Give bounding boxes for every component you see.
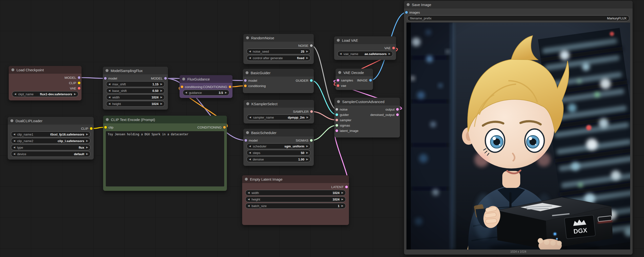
collapse-dot[interactable]: [182, 78, 185, 80]
decrement-arrow-icon[interactable]: ◀: [340, 53, 342, 55]
guider-input-port[interactable]: [336, 113, 338, 116]
decrement-arrow-icon[interactable]: ◀: [185, 91, 187, 94]
type-widget[interactable]: ◀typeflux▶: [11, 145, 90, 150]
base_shift-widget[interactable]: ◀base_shift0.50▶: [106, 88, 165, 94]
collapse-dot[interactable]: [337, 39, 340, 42]
NOISE-output-port[interactable]: [310, 44, 313, 47]
increment-arrow-icon[interactable]: ▶: [306, 50, 308, 53]
node-header[interactable]: Empty Latent Image: [242, 175, 349, 183]
increment-arrow-icon[interactable]: ▶: [342, 192, 343, 194]
conditioning-input-port[interactable]: [181, 86, 184, 88]
decrement-arrow-icon[interactable]: ◀: [108, 96, 110, 98]
sampler_name-widget[interactable]: ◀sampler_namedpmpp_2m▶: [247, 114, 311, 120]
node-empty-latent-image[interactable]: Empty Latent ImageLATENT◀width1024▶◀heig…: [242, 175, 349, 225]
decrement-arrow-icon[interactable]: ◀: [108, 89, 110, 92]
increment-arrow-icon[interactable]: ▶: [160, 96, 162, 98]
GUIDER-output-port[interactable]: [310, 79, 313, 82]
SAMPLER-output-port[interactable]: [310, 110, 313, 113]
decrement-arrow-icon[interactable]: ◀: [249, 158, 251, 161]
CLIP-output-port[interactable]: [78, 82, 80, 84]
sampler-input-port[interactable]: [336, 119, 338, 121]
decrement-arrow-icon[interactable]: ◀: [248, 205, 250, 207]
node-header[interactable]: VAE Decode: [336, 69, 373, 76]
node-header[interactable]: RandomNoise: [244, 34, 314, 42]
increment-arrow-icon[interactable]: ▶: [306, 152, 308, 154]
decrement-arrow-icon[interactable]: ◀: [13, 140, 15, 142]
steps-widget[interactable]: ◀steps50▶: [246, 150, 310, 156]
IMAGE-output-port[interactable]: [369, 79, 372, 82]
node-graph-canvas[interactable]: Load CheckpointMODELCLIPVAE◀ckpt_nameflu…: [0, 0, 644, 257]
width-widget[interactable]: ◀width1024▶: [245, 190, 346, 196]
increment-arrow-icon[interactable]: ▶: [225, 91, 227, 94]
node-header[interactable]: SamplerCustomAdvanced: [334, 98, 400, 105]
increment-arrow-icon[interactable]: ▶: [388, 53, 390, 55]
increment-arrow-icon[interactable]: ▶: [74, 93, 76, 95]
CONDITIONING-output-port[interactable]: [223, 126, 226, 129]
node-sampler-custom-advanced[interactable]: SamplerCustomAdvancednoiseoutputguiderde…: [334, 98, 400, 137]
MODEL-output-port[interactable]: [164, 77, 167, 80]
collapse-dot[interactable]: [246, 131, 249, 134]
node-header[interactable]: DualCLIPLoader: [8, 117, 94, 125]
model-input-port[interactable]: [244, 79, 247, 82]
increment-arrow-icon[interactable]: ▶: [306, 145, 308, 147]
increment-arrow-icon[interactable]: ▶: [86, 133, 88, 136]
MODEL-output-port[interactable]: [78, 76, 80, 79]
noise_seed-widget[interactable]: ◀noise_seed25▶: [246, 48, 310, 54]
decrement-arrow-icon[interactable]: ◀: [14, 93, 16, 95]
VAE-output-port[interactable]: [78, 87, 80, 90]
collapse-dot[interactable]: [246, 71, 248, 74]
clip_name2-widget[interactable]: ◀clip_name2clip_l.safetensors▶: [11, 138, 90, 144]
collapse-dot[interactable]: [407, 3, 410, 6]
collapse-dot[interactable]: [106, 118, 109, 121]
increment-arrow-icon[interactable]: ▶: [160, 83, 162, 85]
max_shift-widget[interactable]: ◀max_shift1.15▶: [106, 81, 165, 87]
samples-input-port[interactable]: [337, 79, 340, 82]
node-random-noise[interactable]: RandomNoiseNOISE◀noise_seed25▶◀control a…: [244, 34, 314, 64]
collapse-dot[interactable]: [106, 69, 108, 72]
prompt-textarea[interactable]: Toy Jensen holding a DGX Spark in a data…: [106, 131, 224, 187]
denoised_output-output-port[interactable]: [396, 113, 399, 116]
increment-arrow-icon[interactable]: ▶: [160, 89, 162, 92]
increment-arrow-icon[interactable]: ▶: [306, 158, 308, 161]
decrement-arrow-icon[interactable]: ◀: [249, 152, 251, 154]
node-flux-guidance[interactable]: FluxGuidanceconditioningCONDITIONING◀gui…: [180, 75, 232, 98]
node-load-checkpoint[interactable]: Load CheckpointMODELCLIPVAE◀ckpt_nameflu…: [9, 66, 82, 100]
decrement-arrow-icon[interactable]: ◀: [249, 145, 251, 147]
increment-arrow-icon[interactable]: ▶: [86, 140, 88, 142]
decrement-arrow-icon[interactable]: ◀: [248, 198, 250, 201]
node-header[interactable]: FluxGuidance: [180, 75, 232, 83]
increment-arrow-icon[interactable]: ▶: [342, 205, 343, 207]
VAE-output-port[interactable]: [392, 47, 395, 49]
node-basic-scheduler[interactable]: BasicSchedulermodelSIGMAS◀schedulersgm_u…: [244, 129, 314, 166]
filename_prefix-widget[interactable]: filename_prefixMarkuryFLUX: [407, 15, 630, 21]
output-output-port[interactable]: [396, 108, 399, 111]
height-widget[interactable]: ◀height1024▶: [245, 196, 346, 202]
collapse-dot[interactable]: [246, 102, 249, 105]
node-model-sampling-flux[interactable]: ModelSamplingFluxmodelMODEL◀max_shift1.1…: [103, 67, 168, 110]
device-widget[interactable]: ◀devicedefault▶: [11, 151, 90, 157]
node-header[interactable]: Load VAE: [334, 36, 396, 44]
vae_name-widget[interactable]: ◀vae_nameae.safetensors▶: [337, 51, 393, 57]
decrement-arrow-icon[interactable]: ◀: [248, 192, 250, 194]
node-header[interactable]: Load Checkpoint: [9, 66, 82, 74]
SIGMAS-output-port[interactable]: [310, 139, 313, 142]
images-input-port[interactable]: [405, 11, 408, 14]
height-widget[interactable]: ◀height1024▶: [106, 101, 165, 107]
increment-arrow-icon[interactable]: ▶: [86, 153, 88, 155]
guidance-widget[interactable]: ◀guidance3.5▶: [183, 90, 229, 95]
LATENT-output-port[interactable]: [345, 186, 348, 188]
CONDITIONING-output-port[interactable]: [229, 86, 232, 88]
node-header[interactable]: ModelSamplingFlux: [103, 67, 168, 74]
width-widget[interactable]: ◀width1024▶: [106, 94, 165, 100]
decrement-arrow-icon[interactable]: ◀: [13, 153, 15, 155]
increment-arrow-icon[interactable]: ▶: [342, 198, 343, 201]
denoise-widget[interactable]: ◀denoise1.00▶: [246, 156, 310, 162]
decrement-arrow-icon[interactable]: ◀: [108, 103, 110, 105]
model-input-port[interactable]: [244, 139, 247, 142]
node-dual-clip-loader[interactable]: DualCLIPLoaderCLIP◀clip_name1t5xxl_fp16.…: [8, 117, 94, 160]
clip_name1-widget[interactable]: ◀clip_name1t5xxl_fp16.safetensors▶: [11, 131, 90, 137]
noise-input-port[interactable]: [336, 108, 338, 111]
latent_image-input-port[interactable]: [336, 129, 338, 132]
decrement-arrow-icon[interactable]: ◀: [249, 57, 251, 59]
control-after-generate-widget[interactable]: ◀control after generatefixed▶: [246, 55, 310, 61]
